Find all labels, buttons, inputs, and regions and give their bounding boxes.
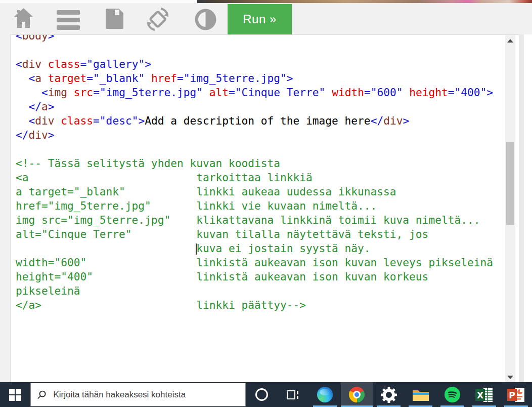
code-token: </a> linkki päättyy--> [16,299,306,311]
code-line: <div class="gallery"> [16,57,493,71]
panel-divider[interactable] [519,34,524,382]
home-icon [13,7,34,29]
code-token [41,58,48,70]
search-input[interactable] [52,389,239,400]
save-icon [104,8,124,30]
cortana-button[interactable] [246,382,278,407]
menu-button[interactable] [57,10,80,30]
scroll-down-arrow-icon [507,376,513,379]
scroll-down-button[interactable] [505,373,515,382]
code-token [16,100,29,113]
code-token: a [35,72,41,85]
code-line: <a tarkoittaa linkkiä [16,171,493,185]
code-token: > [287,72,293,85]
file-explorer-button[interactable] [405,382,436,407]
code-token: > [403,114,409,127]
code-token [325,86,332,99]
code-token: > [48,129,55,141]
taskbar: X P [0,382,532,407]
code-line: height="400" linkistä aukeavan ison kuva… [16,270,493,284]
code-token: width="600" linkistä aukeavan ison kuvan… [16,256,493,269]
result-panel-edge [524,34,532,382]
code-token: height="400" linkistä aukeavan ison kuva… [16,270,428,283]
code-line: <img src="img_5terre.jpg" alt="Cinque Te… [16,86,493,100]
rotate-screen-icon [144,5,172,33]
vertical-scrollbar[interactable] [505,35,515,382]
code-line: </a> linkki päättyy--> [16,298,493,312]
code-token: ="_blank" [86,72,145,85]
powerpoint-letter: P [509,390,515,400]
code-token: > [486,86,493,99]
code-line [16,43,493,57]
code-token: class [48,58,80,70]
powerpoint-button[interactable]: P [500,382,532,407]
code-editor-panel: <body> <div class="gallery"> <a target="… [10,34,519,382]
spotify-icon [445,387,460,402]
contrast-button[interactable] [194,8,217,33]
code-line [16,142,493,156]
code-token: class [61,114,93,127]
code-token: img [48,86,67,99]
settings-button[interactable] [373,382,405,407]
code-token: > [138,114,145,127]
code-token: ="img_5terre.jpg" [177,72,287,85]
code-token: ="Cinque Terre" [229,86,325,99]
code-token: ="gallery" [80,58,145,70]
code-line: href="img_5terre.jpg" linkki vie kuvaan … [16,199,493,213]
rotate-screen-button[interactable] [144,5,172,35]
code-token: div [35,114,54,127]
toolbar: Run » [0,0,532,34]
task-view-button[interactable] [277,382,309,407]
edge-button[interactable] [309,382,341,407]
code-editor[interactable]: <body> <div class="gallery"> <a target="… [11,34,493,312]
taskbar-search[interactable] [30,383,246,406]
task-view-icon [286,388,300,401]
scrollbar-thumb[interactable] [506,142,514,225]
run-button[interactable]: Run » [228,4,292,34]
scroll-up-arrow-icon [507,39,513,43]
code-token [41,72,48,85]
code-token: kuva ei jostain syystä näy. [196,242,370,255]
code-token: alt="Cinque Terre" kuvan tilalla näytett… [16,228,428,240]
chrome-icon [349,387,365,402]
code-token: target [48,72,87,85]
code-token: body [22,34,48,42]
code-token: > [48,100,55,113]
code-token: <a tarkoittaa linkkiä [16,171,313,184]
scroll-up-button[interactable] [505,36,515,45]
file-explorer-icon [412,388,429,402]
code-line: width="600" linkistä aukeavan ison kuvan… [16,256,493,270]
code-line: <!-- Tässä selitystä yhden kuvan koodist… [16,156,493,171]
excel-icon: X [475,387,493,402]
excel-button[interactable]: X [468,382,500,407]
code-token: href="img_5terre.jpg" linkki vie kuvaan … [16,199,377,212]
home-button[interactable] [13,7,34,31]
chrome-button[interactable] [341,382,373,407]
code-token: a target="_blank" linkki aukeaa uudessa … [16,185,396,198]
contrast-icon [194,8,217,31]
code-line: pikseleinä [16,284,493,298]
code-token: < [16,58,22,70]
screen: Run » <body> <div class="gallery"> <a ta… [0,0,532,407]
desktop-photo-strip [197,0,532,3]
code-token: div [22,58,41,70]
code-token: > [48,34,55,42]
code-token: height [409,86,448,99]
start-button[interactable] [0,382,30,407]
code-token: width [332,86,364,99]
code-line: </a> [16,100,493,114]
code-token: ="desc" [93,114,138,127]
code-token: </ [371,114,384,127]
save-button[interactable] [104,8,124,32]
code-token: < [29,72,35,85]
code-token: img src="img_5terre.jpg" klikattavana li… [16,214,480,226]
spotify-button[interactable] [436,382,468,407]
code-token: div [383,114,403,127]
start-icon [9,389,21,401]
code-token [145,72,151,85]
code-token: < [16,34,22,42]
code-line: <div class="desc">Add a description of t… [16,114,493,128]
code-token: < [41,86,48,99]
code-token: <!-- Tässä selitystä yhden kuvan koodist… [16,157,280,170]
code-token [55,114,61,127]
